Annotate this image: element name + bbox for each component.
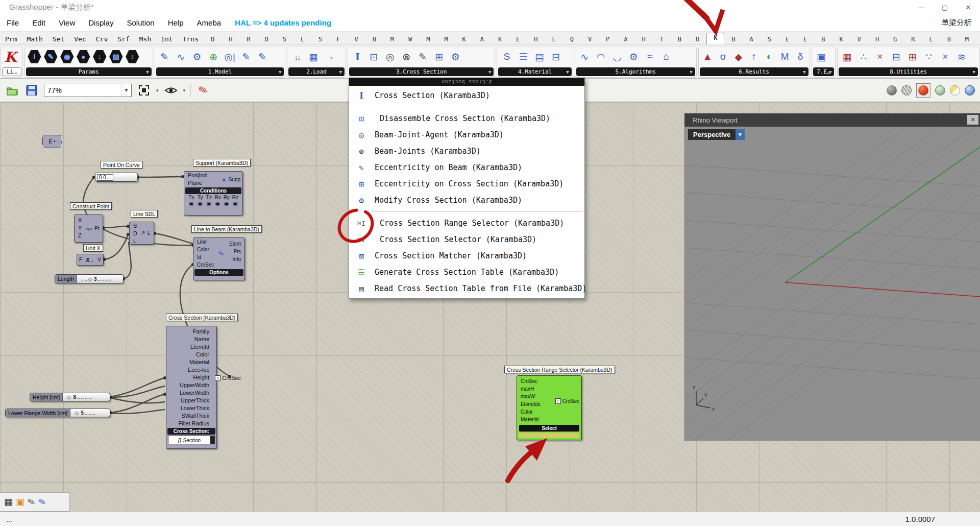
nodal-displacements-icon[interactable]: δ bbox=[793, 48, 807, 65]
tab-plugin[interactable]: B bbox=[940, 36, 958, 43]
snap-grid-icon[interactable]: ▦ bbox=[4, 496, 13, 508]
tab-plugin[interactable]: B bbox=[814, 36, 832, 43]
height-slider-track[interactable]: ◇ 8‥‥‥‥ bbox=[63, 394, 110, 400]
dof-radio-ty[interactable]: ◉ bbox=[196, 200, 204, 207]
disassemble-cross-section-icon[interactable]: ⊡ bbox=[366, 48, 382, 65]
menu-item-eccentricity-on-beam[interactable]: ✎Eccentricity on Beam (Karamba3D) bbox=[349, 159, 584, 176]
support-input-port[interactable]: Plane bbox=[184, 179, 219, 187]
cross-section-input-port[interactable]: Family bbox=[166, 328, 216, 336]
length-slider[interactable]: Length ⌞‥◇ 3‥‥‥⌟ bbox=[55, 274, 124, 283]
buckling-icon[interactable]: ⌂ bbox=[658, 48, 674, 65]
menu-item-cross-section-matcher[interactable]: ⊠Cross Section Matcher (Karamba3D) bbox=[349, 248, 584, 264]
connected-parts-icon[interactable]: ⊕ bbox=[206, 48, 222, 65]
tab-plugin[interactable]: V bbox=[850, 36, 868, 43]
analyze-nonlinear-icon[interactable]: ◡ bbox=[609, 48, 625, 65]
tab-plugin[interactable]: T bbox=[653, 36, 671, 43]
tab-plugin[interactable]: B bbox=[365, 36, 383, 43]
tab-plugin[interactable]: S bbox=[761, 36, 778, 43]
menu-item-eccentricity-on-cross-section[interactable]: ⊞Eccentricity on Cross Section (Karamba3… bbox=[349, 176, 584, 192]
unit-x-output-port[interactable]: V bbox=[97, 257, 103, 262]
dropdown-menu-header[interactable]: 3.Cross Section bbox=[349, 78, 584, 86]
read-material-table-icon[interactable]: ▤ bbox=[531, 48, 547, 65]
user-iso-lines-icon[interactable]: ≋ bbox=[953, 48, 969, 65]
reaction-forces-icon[interactable]: ↑ bbox=[746, 48, 761, 65]
range-selector-input-port[interactable]: maxW bbox=[517, 393, 549, 400]
menu-view[interactable]: View bbox=[52, 18, 82, 27]
zoom-dropdown-arrow-icon[interactable]: ▼ bbox=[121, 84, 131, 97]
param-beam-icon[interactable]: ✎ bbox=[43, 48, 59, 65]
tab-plugin[interactable]: L bbox=[545, 36, 563, 43]
viewport-mode-button[interactable]: Perspective ▼ bbox=[688, 129, 745, 140]
assemble-model-icon[interactable]: ✎ bbox=[157, 48, 173, 65]
cross-section-input-port[interactable]: Height bbox=[166, 374, 216, 381]
display-mode-selected-box[interactable] bbox=[916, 83, 930, 98]
nearest-neighbors-icon[interactable]: ∵ bbox=[921, 48, 937, 65]
natural-vibrations-icon[interactable]: ≈ bbox=[642, 48, 658, 65]
tab-plugin[interactable]: E bbox=[509, 36, 527, 43]
tab-plugin[interactable]: M bbox=[419, 36, 437, 43]
cross-section-input-port[interactable]: Elem|Id bbox=[166, 343, 216, 351]
tab-plugin[interactable]: R bbox=[904, 36, 922, 43]
prescribed-displacement-icon[interactable]: → bbox=[322, 48, 337, 65]
cross-section-input-port[interactable]: Color bbox=[166, 351, 216, 358]
menu-item-beam-joints[interactable]: ⊗Beam-Joints (Karamba3D) bbox=[349, 143, 584, 159]
save-file-icon[interactable] bbox=[24, 83, 39, 98]
tab-plugin[interactable]: E bbox=[796, 36, 814, 43]
cull-curves-icon[interactable]: × bbox=[937, 48, 953, 65]
disassemble-model-icon[interactable]: ∿ bbox=[173, 48, 189, 65]
length-slider-track[interactable]: ⌞‥◇ 3‥‥‥⌟ bbox=[77, 276, 123, 282]
beam-forces-icon[interactable]: M bbox=[777, 48, 792, 65]
range-selector-output-port[interactable]: I CroSec bbox=[555, 398, 579, 404]
display-mode-artistic-icon[interactable] bbox=[950, 85, 960, 95]
cross-section-shape-spinner[interactable] bbox=[210, 436, 214, 444]
line-line-intersection-icon[interactable]: × bbox=[872, 48, 888, 65]
toolbar-group-label-algorithms[interactable]: 5.Algorithms▼ bbox=[576, 67, 695, 76]
range-selector-input-port[interactable]: maxH bbox=[517, 385, 549, 393]
menu-help[interactable]: Help bbox=[161, 18, 190, 27]
height-slider[interactable]: Height [cm] ◇ 8‥‥‥‥ bbox=[30, 393, 110, 401]
mesh-load-icon[interactable]: ▦ bbox=[305, 48, 321, 65]
tab-plugin[interactable]: D bbox=[258, 36, 276, 43]
line-to-beam-component[interactable]: LineColorIdCroSec ✎ ElemPtsInfo Options bbox=[193, 237, 245, 280]
modify-model-icon[interactable]: ⚙ bbox=[189, 48, 205, 65]
analyze-ii-icon[interactable]: ◠ bbox=[593, 48, 609, 65]
unit-x-input-port[interactable]: F bbox=[77, 257, 82, 262]
param-material-icon[interactable]: ▨ bbox=[108, 48, 124, 65]
cross-section-input-port[interactable]: Ecce-loc bbox=[166, 366, 216, 374]
beam-joints-icon[interactable]: ⊗ bbox=[399, 48, 414, 65]
support-component[interactable]: Pos|IndPlane ▲ Supp Conditions TxTyTzRxR… bbox=[184, 171, 243, 216]
loads-icon[interactable]: ↓↓ bbox=[289, 48, 305, 65]
menu-item-cross-section-selector[interactable]: ⊡↕Cross Section Selector (Karamba3D) bbox=[349, 231, 584, 248]
sketch-brush-icon[interactable]: ✎ bbox=[194, 81, 212, 99]
tab-set[interactable]: Set bbox=[53, 35, 64, 43]
line-to-beam-input-port[interactable]: Id bbox=[193, 253, 213, 261]
tab-plugin[interactable]: R bbox=[239, 36, 257, 43]
dof-radio-tz[interactable]: ◉ bbox=[205, 200, 213, 207]
viewport-close-icon[interactable]: ✕ bbox=[967, 115, 978, 125]
slider-value[interactable]: 0.0… bbox=[97, 174, 113, 181]
dof-radio-rz[interactable]: ◉ bbox=[231, 200, 239, 207]
cross-section-input-port[interactable]: Name bbox=[166, 336, 216, 343]
param-line-icon[interactable]: I bbox=[27, 48, 42, 65]
viewport-mode-dropdown-icon[interactable]: ▼ bbox=[736, 129, 745, 140]
line-to-beam-options-strip[interactable]: Options bbox=[194, 269, 243, 276]
menu-item-beam-joint-agent[interactable]: ◎Beam-Joint-Agent (Karamba3D) bbox=[349, 127, 584, 143]
line-to-beam-output-port[interactable]: Elem bbox=[229, 240, 244, 248]
cross-section-input-port[interactable]: UpperThick bbox=[166, 397, 216, 404]
optimize-cross-section-icon[interactable]: ⚙ bbox=[626, 48, 642, 65]
range-selector-input-port[interactable]: Color bbox=[517, 408, 549, 416]
cross-section-input-port[interactable]: SWallThick bbox=[166, 412, 216, 420]
tab-trns[interactable]: Trns bbox=[183, 35, 199, 43]
tab-plugin[interactable]: K bbox=[455, 36, 473, 43]
tab-plugin[interactable]: H bbox=[222, 36, 239, 43]
tab-plugin[interactable]: K bbox=[491, 36, 509, 43]
material-selection-icon[interactable]: ☰ bbox=[515, 48, 531, 65]
unit-x-component[interactable]: F X→ V bbox=[77, 254, 104, 266]
param-crosec-icon[interactable]: ↕ bbox=[125, 48, 140, 65]
menu-display[interactable]: Display bbox=[82, 18, 120, 27]
dof-radio-ry[interactable]: ◉ bbox=[223, 200, 231, 207]
menu-solution[interactable]: Solution bbox=[120, 18, 161, 27]
tab-plugin[interactable]: S bbox=[276, 36, 293, 43]
align-windows-icon[interactable]: ▣ bbox=[16, 496, 24, 508]
menu-item-modify-cross-section[interactable]: ⚙Modify Cross Section (Karamba3D) bbox=[349, 192, 584, 208]
